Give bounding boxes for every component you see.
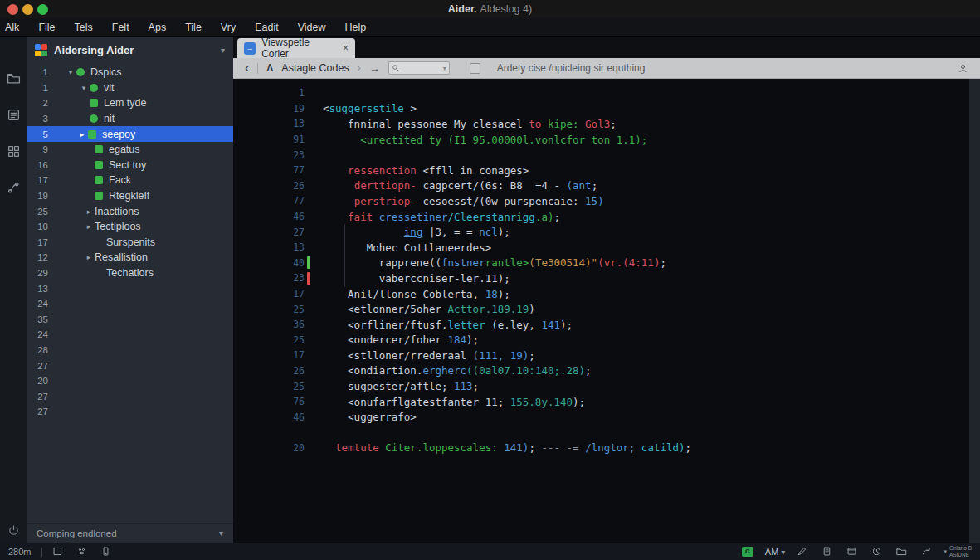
code-line-4[interactable]: 91<urectited ty (I1 95.00000l.vonlcfor t… <box>233 132 980 148</box>
statusbar-folder-button[interactable] <box>896 546 907 558</box>
menu-item-videw[interactable]: Videw <box>298 22 326 33</box>
line-number: 46 <box>233 411 305 423</box>
statusbar-square-button[interactable] <box>52 546 63 558</box>
tree-item-resallistion[interactable]: 12▸Resallistion <box>27 250 233 265</box>
tree-item-blank[interactable]: 24 <box>27 327 233 343</box>
statusbar-pen-button[interactable] <box>797 546 807 558</box>
code-token: (111, 19) <box>473 349 529 362</box>
vertical-scrollbar[interactable] <box>969 79 980 543</box>
tab-active[interactable]: → Viewspetle Corler × <box>237 38 355 58</box>
code-line-24[interactable]: 20temtute Citer.loppescales: 141); --- -… <box>233 441 980 456</box>
toolbar-checkbox[interactable] <box>470 63 480 74</box>
tree-item-blank[interactable]: 35 <box>27 312 233 328</box>
code-line-5[interactable]: 23 <box>233 147 980 163</box>
code-line-15[interactable]: 25<etlonner/5oher Acttor.189.19) <box>233 301 980 317</box>
statusbar-phone-button[interactable] <box>100 546 111 558</box>
activity-hook-button[interactable] <box>0 169 27 206</box>
code-line-22[interactable]: 46<uggerrafo> <box>233 409 980 425</box>
search-dropdown-chevron-icon[interactable]: ▾ <box>443 65 446 72</box>
code-line-6[interactable]: 77ressenction <ffll in conages> <box>233 163 980 178</box>
tree-item-inacttions[interactable]: 25▸Inacttions <box>27 203 233 219</box>
tree-item-blank[interactable]: 27 <box>27 388 233 404</box>
code-token: Gol3 <box>585 118 610 130</box>
code-line-18[interactable]: 17<stlloner/rrederaal (111, 19); <box>233 348 980 363</box>
breadcrumb[interactable]: Astagle Codes <box>281 62 349 74</box>
code-line-7[interactable]: 26derttiopn- cagpcert/(6s: B8 =4 - (ant; <box>233 178 980 194</box>
tree-item-seepoy[interactable]: 5▸seepoy <box>27 126 233 142</box>
tree-item-tectiploos[interactable]: 10▸Tectiploos <box>27 219 233 235</box>
forward-arrow-button[interactable]: → <box>369 62 380 75</box>
statusbar-window-button[interactable] <box>846 546 857 558</box>
search-input[interactable] <box>402 64 441 73</box>
tree-item-dspics[interactable]: 1▾Dspics <box>27 65 233 80</box>
menu-item-tels[interactable]: Tels <box>75 22 93 33</box>
tree-item-blank[interactable]: 13 <box>27 280 233 296</box>
activity-folder-button[interactable] <box>0 60 27 96</box>
collapse-arrow-icon[interactable]: ▸ <box>83 222 95 231</box>
tab-close-icon[interactable]: × <box>343 42 349 54</box>
code-line-23[interactable] <box>233 425 980 441</box>
collapse-arrow-icon[interactable]: ▸ <box>83 253 95 261</box>
tree-item-sect-toy[interactable]: 16Sect toy <box>27 158 233 173</box>
power-icon[interactable] <box>7 524 20 537</box>
person-search-icon[interactable] <box>958 63 968 74</box>
expand-arrow-icon[interactable]: ▾ <box>65 68 76 76</box>
tree-item-nit[interactable]: 3nit <box>27 111 233 127</box>
tree-item-rtegkleif[interactable]: 19RtegkleIf <box>27 188 233 204</box>
code-line-1[interactable]: 1 <box>233 85 980 101</box>
tree-item-blank[interactable]: 28 <box>27 343 233 358</box>
activity-notes-button[interactable] <box>0 96 27 133</box>
tree-item-blank[interactable]: 24 <box>27 296 233 312</box>
code-line-11[interactable]: 13Mohec Cottlaneerdes> <box>233 240 980 256</box>
status-badge[interactable]: C <box>742 547 753 557</box>
activity-grid-button[interactable] <box>0 133 27 169</box>
menu-item-help[interactable]: Help <box>344 22 366 33</box>
tree-item-blank[interactable]: 27 <box>27 404 233 420</box>
code-line-13[interactable]: 23vaberccniser-ler.11); <box>233 270 980 286</box>
tree-item-lem-tyde[interactable]: 2Lem tyde <box>27 95 233 111</box>
tree-item-techatiors[interactable]: 29Techatiors <box>27 265 233 281</box>
sidebar-footer-dropdown[interactable]: Comping endloned ▾ <box>27 523 233 542</box>
code-line-3[interactable]: 13fnninal pessonee My clesacel to kipe: … <box>233 116 980 132</box>
code-line-10[interactable]: 27ing |3, = = ncl); <box>233 224 980 240</box>
code-editor[interactable]: 119<suggersstile >13fnninal pessonee My … <box>233 79 980 543</box>
expand-arrow-icon[interactable]: ▾ <box>78 84 90 92</box>
code-line-2[interactable]: 19<suggersstile > <box>233 101 980 117</box>
code-line-8[interactable]: 77perstriop- cesoesst/(0w purspencaie: 1… <box>233 193 980 209</box>
statusbar-left: 280m <box>8 546 111 558</box>
menu-item-eadit[interactable]: Eadit <box>255 22 279 33</box>
code-line-19[interactable]: 26<ondiartion.ergherc((0al07.10:140;.28)… <box>233 363 980 379</box>
am-dropdown[interactable]: AM ▾ <box>765 547 786 557</box>
menu-item-vry[interactable]: Vry <box>221 22 236 33</box>
code-line-16[interactable]: 36<orfliner/ftusf.letter (e.ley, 141); <box>233 317 980 333</box>
menu-item-alk[interactable]: Alk <box>5 22 19 33</box>
statusbar-paw-button[interactable] <box>76 546 87 558</box>
menu-item-aps[interactable]: Aps <box>149 22 167 33</box>
code-line-9[interactable]: 46fait cressetiner/Cleerstanrigg.a); <box>233 209 980 225</box>
code-line-21[interactable]: 76<onufarflgatestfanter 11; 155.8y.140); <box>233 394 980 410</box>
tree-item-surspenits[interactable]: 17Surspenits <box>27 235 233 251</box>
menu-item-file[interactable]: File <box>38 22 55 33</box>
menu-item-tile[interactable]: Tile <box>185 22 202 33</box>
back-button[interactable]: ‹ <box>245 61 249 75</box>
tree-item-fack[interactable]: 17Fack <box>27 173 233 188</box>
tree-item-vit[interactable]: 1▾vit <box>27 80 233 96</box>
caret-up-icon[interactable]: Λ <box>266 62 273 74</box>
statusbar-book-button[interactable] <box>822 546 832 558</box>
statusbar-profile[interactable]: ▾ Onlario B ASIUNE <box>943 545 972 558</box>
menu-item-felt[interactable]: Felt <box>112 22 129 33</box>
tree-item-egatus[interactable]: 9egatus <box>27 142 233 158</box>
collapse-arrow-icon[interactable]: ▸ <box>83 207 95 216</box>
tree-item-blank[interactable]: 27 <box>27 358 233 373</box>
code-line-14[interactable]: 17Anil/llonse Coblerta, 18); <box>233 286 980 302</box>
collapse-arrow-icon[interactable]: ▸ <box>76 130 88 139</box>
code-line-12[interactable]: 40rapprene((fnstnerrantle>(Te300514)"(vr… <box>233 256 980 271</box>
statusbar-redo-button[interactable] <box>921 546 932 558</box>
code-line-20[interactable]: 25sugpester/aftle; 113; <box>233 378 980 394</box>
code-line-17[interactable]: 25<ondercer/foher 184); <box>233 333 980 348</box>
sidebar-collapse-chevron-icon[interactable]: ▾ <box>221 46 225 55</box>
toolbar-search-box[interactable]: ▾ <box>388 61 450 75</box>
tree-item-blank[interactable]: 20 <box>27 373 233 389</box>
tree-item-label: Surspenits <box>106 236 155 248</box>
statusbar-clock-button[interactable] <box>871 546 882 558</box>
